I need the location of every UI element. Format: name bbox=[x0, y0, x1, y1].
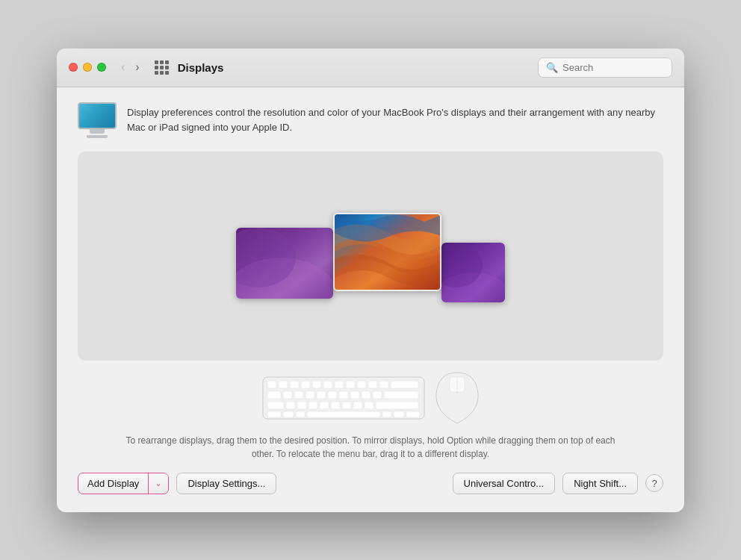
svg-rect-10 bbox=[290, 381, 299, 388]
svg-rect-31 bbox=[267, 402, 284, 409]
svg-rect-25 bbox=[328, 391, 337, 399]
close-button[interactable] bbox=[69, 63, 78, 72]
svg-rect-47 bbox=[406, 411, 420, 417]
universal-control-button[interactable]: Universal Contro... bbox=[453, 473, 556, 494]
svg-rect-49 bbox=[450, 377, 465, 392]
svg-rect-43 bbox=[296, 411, 305, 417]
add-display-button[interactable]: Add Display ⌄ bbox=[78, 473, 169, 494]
display-arrangement-area[interactable] bbox=[78, 152, 663, 361]
forward-button[interactable]: › bbox=[132, 60, 142, 75]
titlebar: ‹ › Displays 🔍 bbox=[57, 49, 684, 87]
display-screen-icon bbox=[78, 102, 117, 129]
display-settings-button[interactable]: Display Settings... bbox=[176, 473, 276, 494]
keyboard-icon bbox=[261, 376, 426, 420]
svg-rect-46 bbox=[394, 411, 404, 417]
instructions-text: To rearrange displays, drag them to the … bbox=[78, 432, 663, 473]
svg-rect-18 bbox=[379, 381, 388, 388]
svg-rect-44 bbox=[307, 411, 380, 417]
search-icon: 🔍 bbox=[546, 62, 558, 73]
bottom-buttons: Add Display ⌄ Display Settings... Univer… bbox=[78, 473, 663, 494]
content-area: Display preferences control the resoluti… bbox=[57, 87, 684, 512]
svg-rect-27 bbox=[350, 391, 359, 399]
nav-arrows: ‹ › bbox=[118, 60, 143, 75]
mouse-icon bbox=[435, 371, 480, 425]
svg-rect-42 bbox=[283, 411, 294, 417]
keyboard-mouse-area bbox=[78, 361, 663, 432]
header-section: Display preferences control the resoluti… bbox=[78, 102, 663, 138]
svg-rect-40 bbox=[376, 402, 418, 409]
app-grid-icon[interactable] bbox=[155, 60, 169, 75]
search-input[interactable] bbox=[562, 62, 664, 73]
add-display-chevron-icon[interactable]: ⌄ bbox=[149, 473, 168, 493]
display-thumb-left[interactable] bbox=[236, 228, 333, 299]
help-button[interactable]: ? bbox=[645, 474, 663, 492]
svg-rect-19 bbox=[391, 381, 418, 388]
traffic-lights bbox=[69, 63, 106, 72]
svg-rect-23 bbox=[306, 391, 314, 399]
svg-rect-34 bbox=[309, 402, 317, 409]
svg-rect-11 bbox=[301, 381, 310, 388]
svg-rect-36 bbox=[331, 402, 340, 409]
window-title: Displays bbox=[178, 61, 529, 74]
svg-rect-24 bbox=[317, 391, 326, 399]
night-shift-button[interactable]: Night Shift... bbox=[562, 473, 638, 494]
maximize-button[interactable] bbox=[97, 63, 106, 72]
displays-container bbox=[236, 213, 505, 299]
minimize-button[interactable] bbox=[83, 63, 92, 72]
display-thumb-center[interactable] bbox=[333, 213, 441, 291]
svg-rect-12 bbox=[312, 381, 321, 388]
main-window: ‹ › Displays 🔍 Display preferences contr… bbox=[57, 49, 684, 512]
svg-rect-29 bbox=[373, 391, 382, 399]
svg-rect-17 bbox=[368, 381, 377, 388]
display-icon bbox=[78, 102, 117, 138]
svg-rect-20 bbox=[267, 391, 281, 399]
add-display-label: Add Display bbox=[78, 473, 149, 494]
svg-rect-30 bbox=[384, 391, 418, 399]
header-description: Display preferences control the resoluti… bbox=[127, 102, 663, 135]
svg-rect-37 bbox=[342, 402, 351, 409]
svg-rect-41 bbox=[267, 411, 281, 417]
svg-rect-21 bbox=[283, 391, 292, 399]
svg-rect-22 bbox=[294, 391, 303, 399]
svg-rect-13 bbox=[323, 381, 332, 388]
svg-rect-35 bbox=[320, 402, 329, 409]
search-box[interactable]: 🔍 bbox=[538, 57, 672, 78]
svg-rect-39 bbox=[365, 402, 373, 409]
svg-rect-15 bbox=[346, 381, 355, 388]
display-thumb-right[interactable] bbox=[441, 243, 505, 302]
svg-rect-16 bbox=[357, 381, 366, 388]
svg-rect-8 bbox=[267, 381, 276, 388]
svg-rect-32 bbox=[286, 402, 295, 409]
svg-rect-38 bbox=[353, 402, 362, 409]
svg-rect-9 bbox=[279, 381, 288, 388]
svg-rect-28 bbox=[362, 391, 370, 399]
svg-rect-45 bbox=[382, 411, 391, 417]
display-stand-icon bbox=[87, 135, 108, 138]
svg-rect-33 bbox=[297, 402, 306, 409]
svg-rect-26 bbox=[339, 391, 348, 399]
svg-rect-14 bbox=[335, 381, 344, 388]
back-button[interactable]: ‹ bbox=[118, 60, 128, 75]
